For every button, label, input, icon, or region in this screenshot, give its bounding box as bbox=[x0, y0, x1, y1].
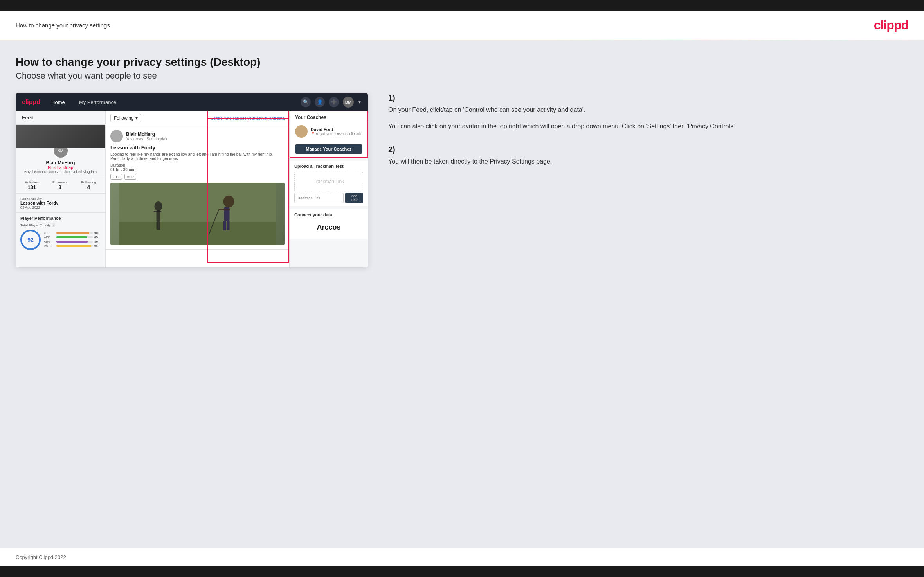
arccos-logo: Arccos bbox=[290, 219, 368, 236]
post-location: Yesterday · Sunningdale bbox=[126, 137, 168, 141]
trackman-section: Upload a Trackman Test Trackman Link Add… bbox=[290, 161, 368, 206]
trackman-header: Upload a Trackman Test bbox=[290, 161, 368, 170]
stat-activities: Activities 131 bbox=[25, 180, 39, 190]
trackman-input-row: Add Link bbox=[294, 193, 363, 203]
dropdown-chevron: ▾ bbox=[135, 115, 138, 121]
bar-app: APP 85 bbox=[44, 235, 101, 239]
header-title: How to change your privacy settings bbox=[16, 22, 110, 29]
bar-ott: OTT 90 bbox=[44, 231, 101, 235]
svg-point-2 bbox=[155, 201, 162, 211]
instruction-2: 2) You will then be taken directly to th… bbox=[388, 145, 908, 167]
post-duration: Duration 01 hr : 30 min bbox=[110, 163, 285, 172]
latest-name: Lesson with Fordy bbox=[20, 201, 101, 205]
feed-panel: Following ▾ Control who can see your act… bbox=[106, 111, 290, 267]
svg-rect-1 bbox=[119, 222, 276, 245]
profile-name: Blair McHarg bbox=[46, 160, 75, 165]
instruction-2-num: 2) bbox=[388, 145, 908, 154]
instruction-1-text2: You can also click on your avatar in the… bbox=[388, 121, 908, 131]
person-icon[interactable]: 👤 bbox=[315, 97, 325, 107]
coach-name: David Ford bbox=[311, 127, 361, 132]
quality-row: 92 OTT 90 APP 85 bbox=[20, 230, 101, 250]
top-bar bbox=[0, 0, 924, 11]
nav-performance[interactable]: My Performance bbox=[76, 99, 119, 105]
arrow-line bbox=[207, 118, 289, 119]
latest-label: Latest Activity bbox=[20, 197, 101, 201]
profile-banner bbox=[16, 125, 105, 148]
add-link-button[interactable]: Add Link bbox=[345, 193, 363, 203]
latest-date: 03 Aug 2022 bbox=[20, 205, 101, 209]
connect-header: Connect your data bbox=[290, 209, 368, 219]
app-logo: clippd bbox=[22, 99, 40, 106]
instruction-1-text1: On your Feed, click/tap on 'Control who … bbox=[388, 105, 908, 115]
stat-following-val: 4 bbox=[87, 184, 90, 190]
quality-bars: OTT 90 APP 85 ARG bbox=[44, 231, 101, 248]
location-icon: 📍 bbox=[311, 132, 315, 136]
coaches-section: Your Coaches David Ford 📍 Royal North De… bbox=[290, 111, 368, 158]
trackman-placeholder-text: Trackman Link bbox=[313, 179, 344, 184]
stat-followers-label: Followers bbox=[52, 180, 68, 184]
coach-club: 📍 Royal North Devon Golf Club bbox=[311, 132, 361, 136]
post-description: Looking to feel like my hands are exitin… bbox=[110, 152, 285, 161]
instructions-panel: 1) On your Feed, click/tap on 'Control w… bbox=[380, 93, 908, 181]
avatar-dropdown-icon[interactable]: ▼ bbox=[358, 100, 362, 104]
manage-coaches-button[interactable]: Manage Your Coaches bbox=[295, 144, 362, 154]
svg-point-7 bbox=[223, 196, 234, 207]
app-navbar: clippd Home My Performance 🔍 👤 ➕ BM ▼ bbox=[16, 93, 368, 111]
nav-home[interactable]: Home bbox=[48, 99, 68, 105]
post-tags: OTT APP bbox=[110, 174, 285, 180]
app-body: Feed BM Blair McHarg Plus Handicap Royal… bbox=[16, 111, 368, 267]
stat-followers: Followers 3 bbox=[52, 180, 68, 190]
post-image bbox=[110, 183, 285, 245]
search-icon[interactable]: 🔍 bbox=[301, 97, 311, 107]
stat-activities-val: 131 bbox=[27, 184, 36, 190]
footer: Copyright Clippd 2022 bbox=[0, 548, 924, 566]
post-title: Lesson with Fordy bbox=[110, 145, 285, 151]
post-author: Blair McHarg bbox=[126, 131, 168, 137]
feed-post: Blair McHarg Yesterday · Sunningdale Les… bbox=[106, 126, 289, 250]
stat-following: Following 4 bbox=[81, 180, 96, 190]
app-sidebar: Feed BM Blair McHarg Plus Handicap Royal… bbox=[16, 111, 106, 267]
bar-arg: ARG 86 bbox=[44, 240, 101, 243]
svg-rect-4 bbox=[154, 211, 162, 212]
golf-image-svg bbox=[110, 183, 285, 245]
user-avatar[interactable]: BM bbox=[343, 97, 354, 108]
instruction-1: 1) On your Feed, click/tap on 'Control w… bbox=[388, 93, 908, 131]
feed-header-wrap: Following ▾ Control who can see your act… bbox=[106, 111, 289, 126]
quality-info-icon: ⓘ bbox=[52, 223, 55, 227]
post-avatar bbox=[110, 130, 123, 142]
trackman-input[interactable] bbox=[294, 193, 344, 203]
stat-activities-label: Activities bbox=[25, 180, 39, 184]
svg-rect-9 bbox=[219, 209, 230, 210]
feed-tab[interactable]: Feed bbox=[16, 111, 105, 125]
logo: clippd bbox=[874, 18, 908, 32]
header: How to change your privacy settings clip… bbox=[0, 11, 924, 40]
page-subheading: Choose what you want people to see bbox=[16, 71, 908, 81]
trackman-placeholder-box: Trackman Link bbox=[294, 172, 363, 191]
following-button[interactable]: Following ▾ bbox=[110, 114, 141, 122]
nav-icons: 🔍 👤 ➕ BM ▼ bbox=[301, 97, 362, 108]
app-screenshot: clippd Home My Performance 🔍 👤 ➕ BM ▼ Fe… bbox=[16, 93, 368, 267]
page-heading: How to change your privacy settings (Des… bbox=[16, 56, 908, 68]
latest-activity: Latest Activity Lesson with Fordy 03 Aug… bbox=[16, 194, 105, 213]
profile-handicap: Plus Handicap bbox=[48, 165, 73, 170]
add-icon[interactable]: ➕ bbox=[329, 97, 339, 107]
svg-rect-10 bbox=[223, 221, 226, 230]
performance-label: Player Performance bbox=[20, 216, 101, 221]
right-panel: Your Coaches David Ford 📍 Royal North De… bbox=[290, 111, 368, 267]
bottom-bar bbox=[0, 566, 924, 577]
instruction-2-text: You will then be taken directly to the P… bbox=[388, 156, 908, 167]
post-header: Blair McHarg Yesterday · Sunningdale bbox=[110, 130, 285, 142]
svg-rect-6 bbox=[159, 222, 160, 230]
coach-row: David Ford 📍 Royal North Devon Golf Club bbox=[290, 122, 367, 141]
quality-label: Total Player Quality ⓘ bbox=[20, 223, 101, 228]
connect-section: Connect your data Arccos bbox=[290, 209, 368, 239]
profile-stats: Activities 131 Followers 3 Following 4 bbox=[16, 177, 105, 194]
svg-rect-11 bbox=[227, 221, 230, 230]
profile-club: Royal North Devon Golf Club, United King… bbox=[21, 170, 100, 174]
instruction-1-num: 1) bbox=[388, 93, 908, 102]
tag-app: APP bbox=[124, 174, 136, 180]
footer-text: Copyright Clippd 2022 bbox=[16, 554, 66, 560]
quality-score: 92 bbox=[20, 230, 41, 250]
svg-rect-5 bbox=[157, 222, 159, 230]
profile-avatar-wrap: BM Blair McHarg Plus Handicap Royal Nort… bbox=[16, 148, 105, 177]
